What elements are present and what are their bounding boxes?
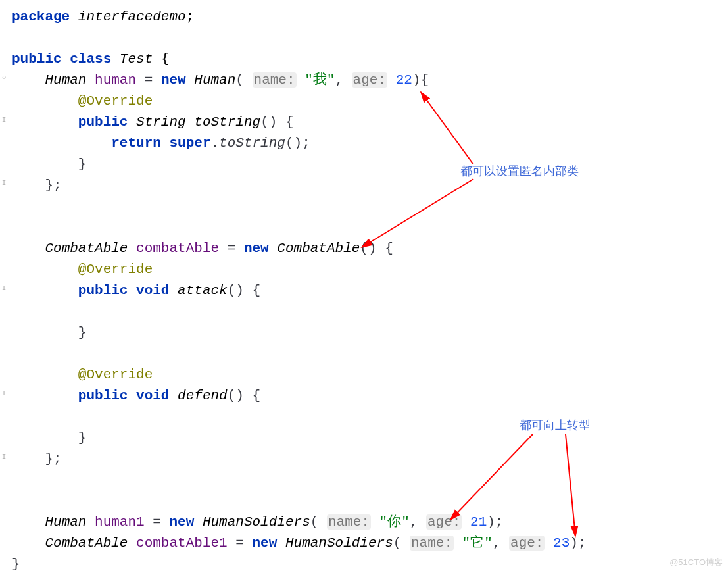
class-name: Test (120, 51, 153, 66)
number-22: 22 (396, 72, 412, 88)
annotation-override: @Override (78, 93, 153, 109)
number-21: 21 (470, 514, 487, 530)
keyword-package: package (12, 9, 70, 24)
package-name: interfacedemo (78, 9, 186, 24)
gutter-impl-icon[interactable]: I (0, 389, 8, 397)
var-human1: human1 (95, 514, 145, 530)
gutter-impl-icon[interactable]: I (0, 116, 8, 124)
keyword-class: class (70, 51, 111, 66)
type-human: Human (45, 72, 86, 88)
method-toString: toString (194, 114, 260, 130)
var-combatable1: combatAble1 (136, 536, 228, 551)
param-hint-name: name: (253, 72, 297, 88)
code-block: package interfacedemo; public class Test… (12, 7, 587, 575)
type-combatable: CombatAble (45, 241, 128, 256)
method-defend: defend (178, 388, 228, 403)
var-human: human (95, 72, 136, 88)
number-23: 23 (553, 536, 570, 551)
type-humansoldiers: HumanSoldiers (203, 514, 310, 530)
watermark-text: @51CTO博客 (669, 552, 723, 573)
string-me: "我" (304, 72, 335, 88)
gutter-impl-icon[interactable]: I (0, 453, 8, 461)
method-attack: attack (178, 283, 228, 298)
gutter-override-icon[interactable]: ○ (0, 74, 8, 82)
var-combatable: combatAble (136, 241, 219, 256)
annotation-anon-class: 都可以设置匿名内部类 (460, 161, 579, 182)
string-you: "你" (379, 514, 410, 530)
param-hint-age: age: (352, 72, 387, 88)
string-it: "它" (462, 536, 493, 551)
gutter-impl-icon[interactable]: I (0, 179, 8, 187)
annotation-upcast: 都可向上转型 (520, 414, 591, 436)
keyword-public: public (12, 51, 62, 66)
gutter-impl-icon[interactable]: I (0, 284, 8, 292)
